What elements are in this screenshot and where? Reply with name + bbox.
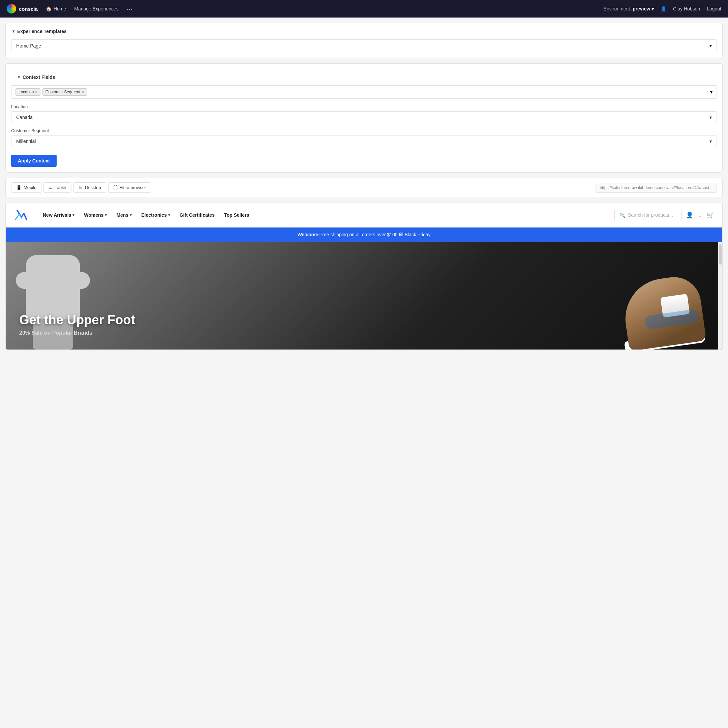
tags-selector-chevron: ▾ (710, 89, 713, 95)
app-name: conscia (19, 6, 38, 12)
context-fields-header[interactable]: ▾ Context Fields (11, 69, 717, 85)
search-icon: 🔍 (619, 213, 625, 218)
desktop-icon: 🖥 (78, 185, 83, 190)
new-arrivals-menu-item[interactable]: New Arrivals ▾ (38, 210, 79, 220)
store-search-box[interactable]: 🔍 Search for products... (615, 209, 682, 221)
template-select[interactable]: Home Page ▾ (11, 40, 717, 52)
experience-templates-card: ▾ Experience Templates Home Page ▾ (5, 23, 723, 58)
hero-content: Get the Upper Foot 20% Sale on Popular B… (6, 313, 135, 350)
preview-frame: New Arrivals ▾ Womens ▾ Mens ▾ Electroni… (5, 203, 723, 350)
customer-segment-tag-remove[interactable]: × (81, 90, 84, 94)
top-navigation: conscia 🏠 Home Manage Experiences ··· En… (0, 0, 728, 18)
mobile-icon: 📱 (16, 185, 21, 190)
hero-shoe (615, 252, 702, 350)
womens-chevron-icon: ▾ (105, 213, 107, 217)
main-panel: ▾ Experience Templates Home Page ▾ ▾ Con… (0, 18, 728, 728)
fit-icon: ⛶ (113, 185, 118, 190)
viewport-toolbar: 📱 Mobile ▭ Tablet 🖥 Desktop ⛶ Fit to bro… (5, 178, 723, 197)
top-sellers-menu-item[interactable]: Top Sellers (219, 210, 254, 220)
store-menu: New Arrivals ▾ Womens ▾ Mens ▾ Electroni… (38, 210, 615, 220)
preview-scrollbar-thumb[interactable] (719, 244, 722, 265)
location-select-chevron: ▾ (710, 115, 712, 120)
gift-certificates-menu-item[interactable]: Gift Certificates (175, 210, 219, 220)
environment-value[interactable]: preview ▾ (633, 6, 654, 11)
nav-right-section: Environment: preview ▾ 👤 Clay Hobson Log… (604, 6, 721, 11)
cart-icon[interactable]: 🛒 (707, 211, 714, 219)
electronics-menu-item[interactable]: Electronics ▾ (136, 210, 174, 220)
store-navigation: New Arrivals ▾ Womens ▾ Mens ▾ Electroni… (6, 203, 722, 228)
experience-templates-header[interactable]: ▾ Experience Templates (6, 23, 722, 40)
chevron-down-icon: ▾ (12, 29, 14, 34)
environment-label: Environment: preview ▾ (604, 6, 654, 11)
more-options-icon[interactable]: ··· (127, 5, 133, 13)
user-avatar-icon: 👤 (661, 6, 666, 11)
app-logo[interactable]: conscia (7, 4, 38, 14)
preview-scrollbar-track[interactable] (718, 242, 722, 350)
template-select-row: Home Page ▾ (6, 40, 722, 58)
mens-chevron-icon: ▾ (130, 213, 132, 217)
location-select[interactable]: Canada ▾ (11, 111, 717, 123)
home-icon: 🏠 (46, 6, 52, 11)
template-select-chevron: ▾ (710, 43, 712, 49)
hero-subtitle: 20% Sale on Popular Brands (19, 330, 135, 336)
customer-segment-label: Customer Segment (11, 128, 717, 133)
customer-segment-tag: Customer Segment × (43, 88, 87, 96)
wishlist-icon[interactable]: ♡ (697, 211, 703, 219)
logo-circle-icon (7, 4, 16, 14)
fit-to-browser-button[interactable]: ⛶ Fit to browser (108, 182, 151, 193)
tablet-viewport-button[interactable]: ▭ Tablet (43, 182, 72, 193)
new-arrivals-chevron-icon: ▾ (72, 213, 75, 217)
apply-context-button[interactable]: Apply Context (11, 155, 57, 167)
customer-segment-select[interactable]: Millennial ▾ (11, 135, 717, 147)
segment-select-chevron: ▾ (710, 139, 712, 144)
store-logo[interactable] (14, 208, 29, 222)
mens-menu-item[interactable]: Mens ▾ (112, 210, 136, 220)
tablet-icon: ▭ (49, 185, 53, 190)
location-field-group: Location Canada ▾ (11, 104, 717, 123)
customer-segment-field-group: Customer Segment Millennial ▾ (11, 128, 717, 147)
location-tag-remove[interactable]: × (35, 90, 37, 94)
manage-experiences-link[interactable]: Manage Experiences (74, 6, 119, 11)
womens-menu-item[interactable]: Womens ▾ (79, 210, 112, 220)
electronics-chevron-icon: ▾ (168, 213, 170, 217)
desktop-viewport-button[interactable]: 🖥 Desktop (73, 182, 106, 193)
context-fields-card: ▾ Context Fields Location × Customer Seg… (5, 63, 723, 173)
store-promotion-banner: Welcome Free shipping on all orders over… (6, 228, 722, 242)
hero-title: Get the Upper Foot (19, 313, 135, 327)
tags-row: Location × Customer Segment × (15, 88, 87, 96)
logout-button[interactable]: Logout (707, 6, 721, 11)
store-hero-section: Get the Upper Foot 20% Sale on Popular B… (6, 242, 722, 350)
store-search-area: 🔍 Search for products... 👤 ♡ 🛒 (615, 209, 714, 221)
home-nav-link[interactable]: 🏠 Home (46, 6, 66, 11)
context-chevron-down-icon: ▾ (18, 75, 20, 80)
banner-welcome: Welcome (297, 232, 318, 237)
banner-message: Free shipping on all orders over $100 ti… (320, 232, 431, 237)
preview-url-bar: https://salesforce-pwakit-demo.conscia.a… (595, 183, 717, 193)
mobile-viewport-button[interactable]: 📱 Mobile (11, 182, 41, 193)
location-label: Location (11, 104, 717, 109)
location-tag: Location × (15, 88, 40, 96)
context-tags-selector[interactable]: Location × Customer Segment × ▾ (11, 85, 717, 99)
account-icon[interactable]: 👤 (686, 211, 693, 219)
username: Clay Hobson (673, 6, 700, 11)
